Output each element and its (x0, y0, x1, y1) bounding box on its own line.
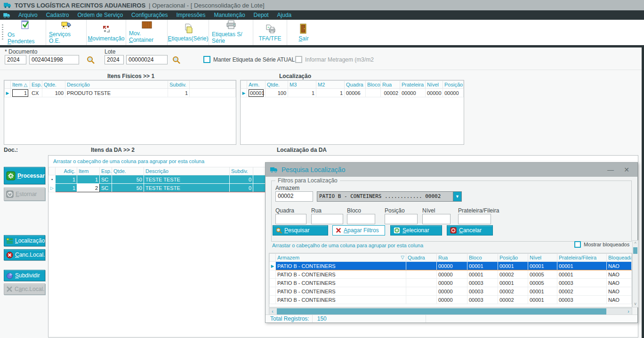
manter-etiqueta-checkbox[interactable] (203, 56, 210, 63)
localizacao-button[interactable]: Localização (4, 235, 45, 246)
documento-numero-field[interactable]: 0024041998 (29, 55, 79, 64)
posicao-field[interactable] (385, 214, 418, 224)
chevron-down-icon[interactable]: ▼ (453, 192, 461, 201)
col-armazem: Armazem▽ (276, 254, 406, 262)
estornar-button: Estornar (4, 188, 45, 201)
etiquetas-serie-button[interactable]: Etiquetas(Série) (168, 20, 209, 45)
exit-door-icon (300, 23, 307, 34)
lote-numero-field[interactable]: 00000024 (126, 55, 168, 64)
armazem-combobox[interactable]: PATIO B - CONTEINERS ............ 00002 … (317, 191, 462, 202)
app-window: TOTVS LOGÍSTICA RECINTOS ADUANEIROS | Op… (0, 0, 644, 338)
col-arm: Arm. (247, 81, 266, 89)
etiquetas-sserie-button[interactable]: Etiquetas S/ Série (209, 20, 253, 45)
itens-fisicos-grid[interactable]: Item △ Esp. Qtde. Descrição Subdiv. ▶ 1 … (4, 80, 236, 145)
menu-arquivo[interactable]: Arquivo (14, 10, 42, 20)
cancel-stop-icon (450, 227, 457, 234)
menu-ordem-de-servico[interactable]: Ordem de Serviço (73, 10, 127, 20)
dialog-title-bar[interactable]: Pesquisa Localização — ✕ (266, 163, 637, 177)
menu-depot[interactable]: Depot (250, 10, 273, 20)
table-row[interactable]: ▶ 00001 100 1 1 00006 00002 00000 00000 … (241, 89, 464, 97)
vertical-scrollbar[interactable]: ^ v (632, 240, 638, 307)
window-title-context: | Operacional - [ Desconsolidação de Lot… (149, 2, 264, 9)
localizacao-da-title: Localização da DA (277, 147, 327, 153)
col-bloco: Bloco (366, 81, 381, 89)
os-pendentes-button[interactable]: Os Pendentes (5, 20, 46, 45)
focused-cell: 1 (12, 89, 28, 97)
table-row[interactable]: PATIO B - CONTEINERS 00000 00003 00001 0… (270, 279, 632, 287)
col-qtde: Qtde. (112, 167, 144, 175)
scroll-thumb[interactable] (633, 247, 637, 254)
pesquisar-button[interactable]: Pesquisar (273, 225, 328, 236)
app-truck-icon (4, 2, 11, 8)
scroll-left-icon[interactable]: ‹ (269, 308, 276, 315)
bloco-field[interactable] (347, 214, 375, 224)
toolbar-drag-handle[interactable] (0, 20, 5, 45)
lote-search-icon[interactable] (172, 56, 180, 64)
bloco-label: Bloco (347, 207, 361, 214)
mostrar-bloqueados-checkbox[interactable] (574, 241, 581, 248)
item-edit-cell[interactable]: 2 (77, 184, 100, 192)
menu-manutencao[interactable]: Manutenção (210, 10, 250, 20)
scroll-thumb[interactable] (277, 308, 606, 315)
apagar-filtros-button[interactable]: Apagar Filtros (332, 225, 385, 236)
movimentacao-button[interactable]: Movimentação (87, 20, 126, 45)
divider (0, 70, 642, 70)
documento-label: * Documento (5, 48, 37, 55)
window-title-app: TOTVS LOGÍSTICA RECINTOS ADUANEIROS (15, 2, 145, 9)
lote-ano-field[interactable]: 2024 (105, 55, 124, 64)
scroll-down-icon[interactable]: v (633, 301, 638, 307)
printer-icon (226, 20, 236, 30)
menu-cadastro[interactable]: Cadastro (42, 10, 73, 20)
row-indicator-icon: • (49, 175, 56, 184)
doc-label: Doc.: (4, 147, 18, 153)
documento-ano-field[interactable]: 2024 (5, 55, 26, 64)
rua-field[interactable] (311, 214, 343, 224)
col-quadra: Quadra (406, 254, 437, 262)
processar-button[interactable]: Processar (4, 167, 45, 184)
menu-impressoes[interactable]: Impressões (172, 10, 209, 20)
svg-text:+: + (267, 26, 269, 29)
sort-asc-icon: △ (24, 82, 27, 87)
col-m2: M2 (316, 81, 345, 89)
row-indicator-icon: ▶ (5, 89, 11, 97)
selecionar-button[interactable]: Selecionar (390, 225, 442, 236)
localizacao-results-grid[interactable]: Armazem▽ Quadra Rua Bloco Posição Nível … (269, 253, 632, 307)
table-row[interactable]: PATIO B - CONTEINERS 00000 00003 00002 0… (270, 287, 632, 296)
search-icon (276, 228, 282, 234)
documento-search-icon[interactable] (87, 56, 95, 64)
menu-ajuda[interactable]: Ajuda (273, 10, 296, 20)
col-esp: Esp. (100, 167, 112, 175)
sort-desc-icon: ▽ (401, 255, 404, 260)
table-row[interactable]: PATIO B - CONTEINERS 00000 00001 00002 0… (270, 270, 632, 279)
table-row-selected[interactable]: ▶ PATIO B - CONTEINERS 00000 00001 00001… (270, 262, 632, 270)
table-row[interactable]: ▶ 1 CX 100 PRODUTO TESTE 1 (5, 89, 236, 97)
scroll-up-icon[interactable]: ^ (633, 241, 638, 247)
itens-fisicos-title: Itens Físicos >> 1 (107, 73, 154, 79)
table-row[interactable]: • 1 1 SC 50 TESTE TESTE 0 (49, 175, 266, 184)
servicos-oe-button[interactable]: Serviços O.E. (46, 20, 87, 45)
localizacao-grid[interactable]: Arm. Qtde. M3 M2 Quadra Bloco Rua Pratel… (240, 80, 464, 145)
separator-band (0, 45, 644, 47)
tfa-tfe-button[interactable]: + TFA/TFE (253, 20, 287, 45)
col-posicao: Posição (443, 81, 464, 89)
cancelar-localizacao-button[interactable]: Canc.Local. (4, 249, 45, 260)
sair-button[interactable]: Sair (287, 20, 320, 45)
quadra-field[interactable] (275, 214, 306, 224)
nivel-field[interactable] (422, 214, 451, 224)
col-subdiv: Subdiv. (168, 81, 190, 89)
mov-container-button[interactable]: Mov. Container (126, 20, 168, 45)
clear-x-icon (336, 228, 341, 233)
table-row-selected[interactable]: ▷ 1 2 SC 50 TESTE TESTE 0 (49, 184, 266, 192)
scroll-right-icon[interactable]: › (625, 308, 632, 315)
minimize-button[interactable]: — (604, 166, 617, 173)
dialog-truck-icon (270, 167, 278, 173)
close-button[interactable]: ✕ (620, 166, 633, 173)
move-arrows-icon (102, 23, 111, 34)
posicao-label: Posição (385, 207, 405, 214)
menu-configuracoes[interactable]: Configurações (127, 10, 172, 20)
prateleira-fileira-field[interactable] (458, 214, 491, 224)
armazem-code-field[interactable]: 00002 (275, 191, 313, 202)
table-row[interactable]: PATIO B - CONTEINERS 00000 00003 00002 0… (270, 296, 632, 304)
cancelar-button[interactable]: Cancelar (447, 225, 493, 236)
subdividir-button[interactable]: Subdividir (4, 270, 45, 281)
